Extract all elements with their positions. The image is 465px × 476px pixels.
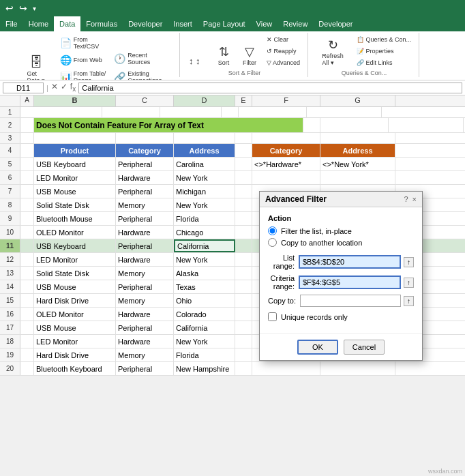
radio-filter-in-place[interactable]: Filter the list, in-place <box>268 226 414 235</box>
cell-category[interactable]: Hardware <box>116 226 174 239</box>
cell-address[interactable]: Alaska <box>174 267 235 280</box>
filter-address-criteria[interactable]: <>*New York* <box>320 158 395 170</box>
from-table-button[interactable]: 📊From Table/Range <box>57 68 109 80</box>
menu-data[interactable]: Data <box>54 16 80 31</box>
refresh-all-button[interactable]: ↻RefreshAll ▾ <box>314 35 352 68</box>
cell-address[interactable]: Chicago <box>174 226 235 239</box>
menu-developer[interactable]: Developer <box>123 16 168 31</box>
cell-product[interactable]: Bluetooth Mouse <box>34 212 116 225</box>
cell-product[interactable]: Solid State Disk <box>34 267 116 280</box>
from-text-csv-button[interactable]: 📄FromText/CSV <box>57 34 109 52</box>
spreadsheet-title[interactable]: Does Not Contain Feature For Array of Te… <box>34 118 303 132</box>
name-box[interactable]: D11 <box>3 83 44 93</box>
cell-c3[interactable] <box>116 133 174 143</box>
formula-input[interactable]: California <box>78 83 462 93</box>
existing-connections-button[interactable]: 🔗ExistingConnections <box>110 68 165 80</box>
menu-review[interactable]: Review <box>278 16 313 31</box>
advanced-button[interactable]: ▽ Advanced <box>263 57 303 68</box>
cell-product[interactable]: LED Monitor <box>34 171 116 184</box>
dialog-help-button[interactable]: ? <box>404 195 408 203</box>
cell-address[interactable]: New York <box>174 335 235 348</box>
category-header[interactable]: Category <box>116 144 174 157</box>
product-header[interactable]: Product <box>34 144 116 157</box>
cell-product[interactable]: USB Mouse <box>34 280 116 293</box>
cell-e4[interactable] <box>235 144 252 157</box>
radio-copy-location[interactable]: Copy to another location <box>268 238 414 247</box>
col-header-b[interactable]: B <box>34 95 116 106</box>
menu-home[interactable]: Home <box>23 16 54 31</box>
cell-product[interactable]: USB Mouse <box>34 321 116 334</box>
cell-address[interactable]: New Hampshire <box>174 362 235 375</box>
cell-address[interactable]: New York <box>174 171 235 184</box>
col-header-a[interactable]: A <box>20 95 34 106</box>
cell-d5[interactable]: Carolina <box>174 158 235 170</box>
radio-copy-location-input[interactable] <box>268 238 277 247</box>
menu-insert[interactable]: Insert <box>168 16 198 31</box>
col-header-f[interactable]: F <box>252 95 320 106</box>
edit-links-button[interactable]: 🔗 Edit Links <box>353 57 415 68</box>
cell-b5[interactable]: USB Keyboard <box>34 158 116 170</box>
cell-address[interactable]: California <box>174 321 235 334</box>
cell-f2[interactable] <box>320 118 389 132</box>
cell-category[interactable]: Memory <box>116 198 174 211</box>
col-header-d[interactable]: D <box>174 95 235 106</box>
cell-product[interactable]: OLED Monitor <box>34 308 116 321</box>
cell-c1[interactable] <box>102 107 160 117</box>
cell-category[interactable]: Peripheral <box>116 185 174 198</box>
cell-address[interactable]: Florida <box>174 348 235 361</box>
insert-function-icon[interactable]: fx <box>70 82 76 93</box>
cell-category[interactable]: Hardware <box>116 335 174 348</box>
radio-filter-in-place-input[interactable] <box>268 226 277 235</box>
ok-button[interactable]: OK <box>297 340 338 355</box>
filter-category-header[interactable]: Category <box>252 144 320 157</box>
filter-address-header[interactable]: Address <box>320 144 395 157</box>
dialog-close-button[interactable]: × <box>412 195 417 203</box>
undo-button[interactable]: ↩ <box>4 1 15 15</box>
menu-file[interactable]: File <box>0 16 23 31</box>
cell-g3[interactable] <box>320 133 395 143</box>
menu-developer2[interactable]: Developer <box>313 16 358 31</box>
cell-category[interactable]: Peripheral <box>116 321 174 334</box>
cell-d3[interactable] <box>174 133 235 143</box>
cell-product[interactable]: Bluetooth Keyboard <box>34 362 116 375</box>
cell-category[interactable]: Memory <box>116 294 174 307</box>
cell-category[interactable]: Hardware <box>116 308 174 321</box>
address-header[interactable]: Address <box>174 144 235 157</box>
cell-category[interactable]: Peripheral <box>116 362 174 375</box>
cell-f1[interactable] <box>239 107 307 117</box>
cell-e3[interactable] <box>235 133 252 143</box>
cancel-formula-icon[interactable]: ✕ <box>51 82 58 93</box>
cell-address[interactable]: Ohio <box>174 294 235 307</box>
cell-product[interactable]: USB Mouse <box>34 185 116 198</box>
sort-az-button[interactable]: ↕ ↕ <box>185 54 210 68</box>
confirm-formula-icon[interactable]: ✓ <box>61 82 68 93</box>
cell-product[interactable]: USB Keyboard <box>34 239 116 252</box>
cell-c5[interactable]: Peripheral <box>116 158 174 170</box>
sort-button[interactable]: ⇅Sort <box>211 42 236 68</box>
cell-d1[interactable] <box>160 107 222 117</box>
criteria-range-input[interactable] <box>299 276 401 289</box>
cell-b1[interactable] <box>20 107 102 117</box>
cell-address[interactable]: New York <box>174 198 235 211</box>
menu-page-layout[interactable]: Page Layout <box>198 16 251 31</box>
cancel-button[interactable]: Cancel <box>344 340 385 355</box>
cell-product[interactable]: LED Monitor <box>34 335 116 348</box>
unique-records-checkbox[interactable] <box>268 312 277 321</box>
list-range-input[interactable] <box>299 255 401 269</box>
cell-address[interactable]: Colorado <box>174 308 235 321</box>
customize-qa-button[interactable]: ▾ <box>31 3 38 14</box>
cell-a3[interactable] <box>20 133 34 143</box>
filter-category-criteria[interactable]: <>*Hardware* <box>252 158 320 170</box>
cell-category[interactable]: Peripheral <box>116 239 174 252</box>
cell-g1[interactable] <box>307 107 382 117</box>
properties-button[interactable]: 📝 Properties <box>353 46 415 57</box>
col-header-e[interactable]: E <box>235 95 252 106</box>
criteria-range-collapse-button[interactable]: ↑ <box>404 278 414 288</box>
list-range-collapse-button[interactable]: ↑ <box>404 257 414 267</box>
clear-button[interactable]: ✕ Clear <box>263 34 303 45</box>
copy-to-collapse-button[interactable]: ↑ <box>404 296 414 306</box>
cell-e2[interactable] <box>303 118 320 132</box>
cell-a5[interactable] <box>20 158 34 170</box>
cell-e1[interactable] <box>222 107 239 117</box>
cell-product[interactable]: Hard Disk Drive <box>34 294 116 307</box>
